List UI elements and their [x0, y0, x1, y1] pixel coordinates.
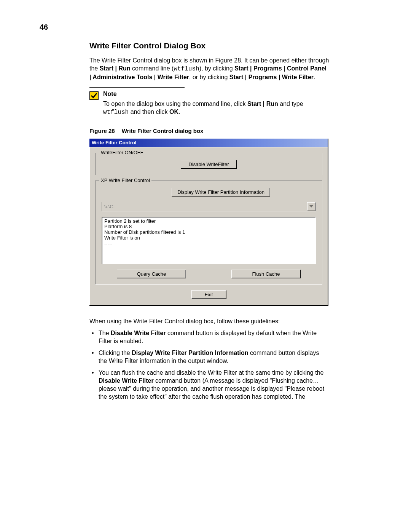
button-name: Disable Write Filter [99, 377, 154, 384]
dialog-body: WriteFilter ON/OFF Disable WriteFilter X… [89, 147, 328, 305]
text: command line ( [131, 65, 174, 72]
partition-combo-input[interactable]: \\.\C: [102, 202, 307, 211]
list-item: The Disable Write Filter command button … [89, 329, 329, 345]
figure-caption: Figure 28Write Filter Control dialog box [89, 128, 329, 134]
text: ), by clicking [199, 65, 234, 72]
cache-button-row: Query Cache Flush Cache [102, 270, 316, 278]
dialog-titlebar[interactable]: Write Filter Control [89, 139, 328, 147]
page-number: 46 [40, 23, 48, 32]
ok-label: OK [169, 109, 178, 115]
group-xp-write-filter: XP Write Filter Control Display Write Fi… [95, 181, 322, 285]
chevron-down-icon[interactable] [307, 202, 315, 211]
command-wtflush: wtflush [103, 109, 129, 116]
list-item: Clicking the Display Write Filter Partit… [89, 349, 329, 365]
text: and type [278, 101, 303, 107]
note-title: Note [103, 91, 329, 97]
note-check-icon [89, 91, 99, 100]
guidelines-list: The Disable Write Filter command button … [89, 329, 329, 401]
note-text: Note To open the dialog box using the co… [103, 91, 329, 117]
text: To open the dialog box using the command… [103, 101, 247, 107]
text: . [178, 109, 180, 115]
exit-button[interactable]: Exit [191, 290, 226, 299]
flush-cache-button[interactable]: Flush Cache [231, 270, 301, 278]
figure-number: Figure 28 [89, 128, 115, 134]
svg-marker-0 [309, 205, 313, 208]
figure-title: Write Filter Control dialog box [122, 128, 204, 134]
guidelines: When using the Write Filter Control dial… [89, 317, 329, 401]
note-block: Note To open the dialog box using the co… [89, 91, 329, 117]
guidelines-intro: When using the Write Filter Control dial… [89, 317, 329, 325]
text: The [99, 330, 111, 336]
text: Clicking the [99, 350, 132, 356]
button-name: Display Write Filter Partition Informati… [132, 350, 248, 356]
text: You can flush the cache and disable the … [99, 369, 323, 376]
section-heading: Write Filter Control Dialog Box [89, 41, 329, 50]
note-body: To open the dialog box using the command… [103, 100, 329, 117]
partition-combo[interactable]: \\.\C: [102, 202, 316, 211]
button-name: Disable Write Filter [111, 330, 166, 336]
group-writefilter-onoff: WriteFilter ON/OFF Disable WriteFilter [95, 153, 322, 175]
menu-path: Start | Run [100, 65, 131, 72]
display-partition-info-button[interactable]: Display Write Filter Partition Informati… [172, 188, 270, 197]
disable-writefilter-button[interactable]: Disable WriteFilter [181, 160, 237, 169]
group-legend: XP Write Filter Control [99, 177, 151, 183]
content-column: Write Filter Control Dialog Box The Writ… [89, 41, 329, 405]
write-filter-dialog: Write Filter Control WriteFilter ON/OFF … [89, 139, 328, 306]
output-textarea[interactable]: Partition 2 is set to filter Platform is… [102, 217, 316, 264]
group-legend: WriteFilter ON/OFF [99, 150, 145, 155]
menu-path: Start | Run [247, 101, 278, 107]
intro-paragraph: The Write Filter Control dialog box is s… [89, 56, 329, 81]
command-wtflush: wtflush [174, 66, 199, 72]
text: , or by clicking [189, 74, 229, 80]
menu-path: Start | Programs | Write Filter [229, 74, 314, 80]
note-separator [89, 87, 185, 88]
spacer [186, 270, 231, 278]
text: . [314, 74, 315, 80]
query-cache-button[interactable]: Query Cache [117, 270, 186, 278]
text: and then click [129, 109, 169, 115]
page: 46 Write Filter Control Dialog Box The W… [0, 0, 411, 532]
list-item: You can flush the cache and disable the … [89, 369, 329, 401]
